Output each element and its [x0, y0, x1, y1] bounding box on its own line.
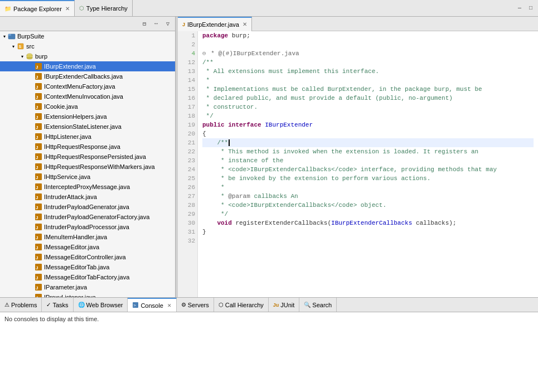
tree-arrow-burpsuite[interactable]: ▾	[1, 33, 8, 40]
tree-arrow-IParameter[interactable]	[28, 284, 35, 291]
tab-editor-file[interactable]: J IBurpExtender.java ✕	[178, 17, 252, 31]
tree-arrow-IHttpRequestResponsePersisted[interactable]	[28, 153, 35, 160]
minimize-button[interactable]: —	[515, 3, 525, 13]
code-line-16[interactable]: * declared public, and must provide a de…	[202, 94, 534, 103]
code-line-30[interactable]: void registerExtenderCallbacks(IBurpExte…	[202, 219, 534, 228]
tree-arrow-ICookie[interactable]	[28, 103, 35, 110]
bottom-tab-junit[interactable]: JuJUnit	[269, 298, 300, 312]
tree-item-IContextMenuInvocation[interactable]: JIContextMenuInvocation.java	[0, 91, 175, 101]
tree-item-IHttpRequestResponseWithMarkers[interactable]: JIHttpRequestResponseWithMarkers.java	[0, 162, 175, 172]
code-line-21[interactable]: /**	[202, 138, 534, 147]
tree-item-IHttpRequestResponse[interactable]: JIHttpRequestResponse.java	[0, 142, 175, 152]
tree-item-IIntruderAttack[interactable]: JIIntruderAttack.java	[0, 192, 175, 202]
tree-item-IIntruderPayloadGeneratorFactory[interactable]: JIIntruderPayloadGeneratorFactory.java	[0, 212, 175, 222]
code-line-24[interactable]: * <code>IBurpExtenderCallbacks</code> in…	[202, 165, 534, 174]
tree-arrow-IMessageEditorController[interactable]	[28, 254, 35, 260]
bottom-tab-call-hierarchy[interactable]: ⬡Call Hierarchy	[214, 298, 269, 312]
tree-item-IContextMenuFactory[interactable]: JIContextMenuFactory.java	[0, 81, 175, 91]
code-line-13[interactable]: * All extensions must implement this int…	[202, 67, 534, 76]
bottom-tab-web-browser[interactable]: 🌐Web Browser	[74, 298, 128, 312]
tree-item-IMenuItemHandler[interactable]: JIMenuItemHandler.java	[0, 232, 175, 242]
tree-item-IProxyListener[interactable]: JIProxyListener.java	[0, 292, 175, 297]
code-line-32[interactable]	[202, 236, 534, 245]
bottom-tab-servers[interactable]: ⚙Servers	[177, 298, 214, 312]
tree-arrow-IMessageEditor[interactable]	[28, 244, 35, 250]
close-icon[interactable]: ✕	[65, 6, 70, 12]
tree-arrow-IMessageEditorTab[interactable]	[28, 264, 35, 270]
code-line-25[interactable]: * be invoked by the extension to perform…	[202, 174, 534, 183]
code-line-18[interactable]: */	[202, 112, 534, 120]
code-line-2[interactable]	[202, 40, 534, 49]
tree-arrow-IInterceptedProxyMessage[interactable]	[28, 183, 35, 190]
tree-item-IMessageEditor[interactable]: JIMessageEditor.java	[0, 242, 175, 252]
editor-area[interactable]: 1241213141516171819202122232425262728293…	[178, 31, 538, 297]
code-line-1[interactable]: package burp;	[202, 31, 534, 40]
tree-item-IExtensionHelpers[interactable]: JIExtensionHelpers.java	[0, 112, 175, 122]
bottom-tab-search[interactable]: 🔍Search	[299, 298, 337, 312]
tree-arrow-burp[interactable]: ▾	[19, 53, 26, 60]
tree-item-ICookie[interactable]: JICookie.java	[0, 101, 175, 112]
code-line-19[interactable]: public interface IBurpExtender	[202, 120, 534, 129]
tree-arrow-IContextMenuInvocation[interactable]	[28, 93, 35, 100]
tree-item-IBurpExtender[interactable]: JIBurpExtender.java	[0, 61, 175, 71]
tree-item-IHttpListener[interactable]: JIHttpListener.java	[0, 132, 175, 142]
tree-item-IHttpService[interactable]: JIHttpService.java	[0, 172, 175, 182]
tree-item-IIntruderPayloadProcessor[interactable]: JIIntruderPayloadProcessor.java	[0, 222, 175, 232]
tab-package-explorer[interactable]: 📁 Package Explorer ✕	[0, 0, 75, 16]
tree-arrow-IIntruderAttack[interactable]	[28, 193, 35, 200]
tree-arrow-src[interactable]: ▾	[10, 43, 17, 50]
bottom-tab-tasks[interactable]: ✓Tasks	[42, 298, 73, 312]
tree-arrow-IHttpRequestResponseWithMarkers[interactable]	[28, 163, 35, 170]
console-message: No consoles to display at this time.	[4, 316, 99, 322]
tree-item-IExtensionStateListener[interactable]: JIExtensionStateListener.java	[0, 122, 175, 132]
tree-item-IInterceptedProxyMessage[interactable]: JIInterceptedProxyMessage.java	[0, 182, 175, 192]
tree-item-IHttpRequestResponsePersisted[interactable]: JIHttpRequestResponsePersisted.java	[0, 152, 175, 162]
code-line-4[interactable]: ⊖ * @(#)IBurpExtender.java	[202, 49, 534, 58]
tree-arrow-IContextMenuFactory[interactable]	[28, 83, 35, 90]
tree-arrow-IHttpRequestResponse[interactable]	[28, 143, 35, 150]
tree-arrow-IHttpService[interactable]	[28, 173, 35, 180]
code-line-14[interactable]: *	[202, 76, 534, 85]
code-line-17[interactable]: * constructor.	[202, 103, 534, 112]
tree-arrow-IBurpExtender[interactable]	[28, 63, 35, 70]
tree-item-src[interactable]: ▾Ssrc	[0, 41, 175, 51]
tree-item-IIntruderPayloadGenerator[interactable]: JIIntruderPayloadGenerator.java	[0, 202, 175, 212]
line-number-29: 29	[180, 210, 195, 219]
tree-arrow-IExtensionStateListener[interactable]	[28, 123, 35, 130]
code-content[interactable]: package burp;⊖ * @(#)IBurpExtender.java/…	[198, 31, 538, 297]
link-with-editor-button[interactable]: ↔	[151, 19, 161, 29]
tree-arrow-IBurpExtenderCallbacks[interactable]	[28, 73, 35, 80]
tree-arrow-IMessageEditorTabFactory[interactable]	[28, 274, 35, 280]
tree-arrow-IIntruderPayloadProcessor[interactable]	[28, 224, 35, 230]
maximize-button[interactable]: □	[526, 3, 536, 13]
code-line-12[interactable]: /**	[202, 58, 534, 67]
code-line-20[interactable]: {	[202, 129, 534, 138]
view-menu-button[interactable]: ▽	[163, 19, 173, 29]
code-line-31[interactable]: }	[202, 228, 534, 236]
tree-arrow-IMenuItemHandler[interactable]	[28, 234, 35, 240]
bottom-tab-console[interactable]: >Console✕	[128, 298, 176, 312]
tree-arrow-IIntruderPayloadGenerator[interactable]	[28, 204, 35, 210]
code-line-22[interactable]: * This method is invoked when the extens…	[202, 147, 534, 156]
code-line-28[interactable]: * <code>IBurpExtenderCallbacks</code> ob…	[202, 201, 534, 210]
bottom-tab-problems[interactable]: ⚠Problems	[0, 298, 42, 312]
code-line-23[interactable]: * instance of the	[202, 156, 534, 165]
tree-item-IMessageEditorTabFactory[interactable]: JIMessageEditorTabFactory.java	[0, 272, 175, 282]
tree-item-burpsuite[interactable]: ▾BurpSuite	[0, 31, 175, 41]
tree-arrow-IHttpListener[interactable]	[28, 133, 35, 140]
tab-type-hierarchy[interactable]: ⬡ Type Hierarchy	[75, 0, 133, 16]
code-line-29[interactable]: */	[202, 210, 534, 219]
tree-item-IMessageEditorController[interactable]: JIMessageEditorController.java	[0, 252, 175, 262]
tree-item-IParameter[interactable]: JIParameter.java	[0, 282, 175, 292]
collapse-all-button[interactable]: ⊟	[139, 19, 149, 29]
tree-arrow-IExtensionHelpers[interactable]	[28, 113, 35, 120]
tree-item-IBurpExtenderCallbacks[interactable]: JIBurpExtenderCallbacks.java	[0, 71, 175, 81]
close-icon-console[interactable]: ✕	[167, 303, 172, 308]
code-line-26[interactable]: *	[202, 183, 534, 192]
code-line-27[interactable]: * @param callbacks An	[202, 192, 534, 201]
editor-close-icon[interactable]: ✕	[243, 21, 247, 27]
tree-item-IMessageEditorTab[interactable]: JIMessageEditorTab.java	[0, 262, 175, 272]
tree-item-burp[interactable]: ▾burp	[0, 51, 175, 61]
code-line-15[interactable]: * Implementations must be called BurpExt…	[202, 85, 534, 94]
tree-arrow-IIntruderPayloadGeneratorFactory[interactable]	[28, 214, 35, 220]
